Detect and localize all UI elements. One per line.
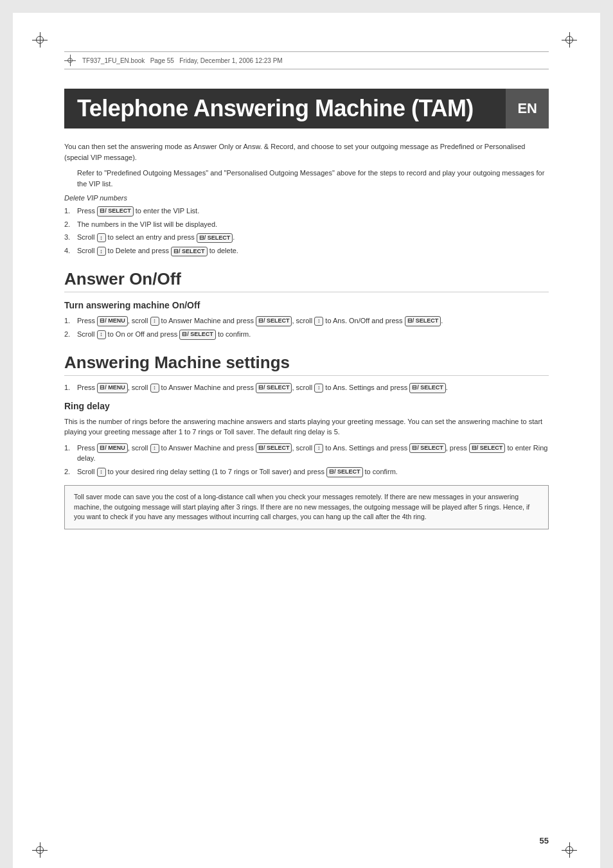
select-btn: ⊟/ SELECT xyxy=(469,443,506,454)
ring-delay-heading: Ring delay xyxy=(64,401,549,411)
select-btn: ⊟/ SELECT xyxy=(256,443,292,454)
title-block: Telephone Answering Machine (TAM) EN xyxy=(64,89,549,128)
list-item: 2. Scroll ↕ to On or Off and press ⊟/ SE… xyxy=(64,329,549,340)
scroll-icon: ↕ xyxy=(97,233,106,242)
list-item: 3. Scroll ↕ to select an entry and press… xyxy=(64,232,549,243)
select-btn: ⊟/ SELECT xyxy=(409,443,446,454)
select-btn-icon: ⊟/ SELECT xyxy=(171,247,208,257)
scroll-icon: ↕ xyxy=(314,384,323,393)
scroll-icon: ↕ xyxy=(97,468,106,477)
menu-btn: ⊟/ MENU xyxy=(97,443,128,454)
scroll-icon: ↕ xyxy=(150,384,159,393)
intro-para-2: Refer to "Predefined Outgoing Messages" … xyxy=(77,168,549,189)
corner-mark-bl xyxy=(32,842,51,862)
answer-onoff-heading: Answer On/Off xyxy=(64,269,549,292)
corner-mark-br xyxy=(562,842,581,862)
delete-vip-heading: Delete VIP numbers xyxy=(64,194,549,202)
scroll-icon: ↕ xyxy=(314,444,323,453)
list-item: 1. Press ⊟/ MENU, scroll ↕ to Answer Mac… xyxy=(64,443,549,464)
select-btn: ⊟/ SELECT xyxy=(326,467,363,477)
corner-mark-tr xyxy=(562,32,581,51)
select-btn: ⊟/ SELECT xyxy=(256,383,292,393)
select-btn-icon: ⊟/ SELECT xyxy=(197,233,233,244)
select-btn: ⊟/ SELECT xyxy=(405,316,441,326)
page-title: Telephone Answering Machine (TAM) xyxy=(64,89,506,128)
list-item: 1. Press ⊟/ MENU, scroll ↕ to Answer Mac… xyxy=(64,382,549,393)
menu-btn: ⊟/ MENU xyxy=(97,383,128,393)
page-number: 55 xyxy=(540,836,549,846)
scroll-icon: ↕ xyxy=(150,444,159,453)
scroll-icon: ↕ xyxy=(97,247,106,256)
list-item: 1. Press ⊟/ MENU, scroll ↕ to Answer Mac… xyxy=(64,315,549,326)
meta-cross-icon xyxy=(64,55,76,66)
intro-para-1: You can then set the answering mode as A… xyxy=(64,141,549,163)
select-btn: ⊟/ SELECT xyxy=(256,316,292,326)
select-btn: ⊟/ SELECT xyxy=(179,330,216,340)
tip-box: Toll saver mode can save you the cost of… xyxy=(64,485,549,529)
scroll-icon: ↕ xyxy=(97,330,106,339)
menu-btn: ⊟/ MENU xyxy=(97,316,128,326)
list-item: 1. Press ⊟/ SELECT to enter the VIP List… xyxy=(64,206,549,217)
corner-mark-tl xyxy=(32,32,51,51)
scroll-icon: ↕ xyxy=(314,317,323,326)
settings-heading: Answering Machine settings xyxy=(64,353,549,376)
list-item: 4. Scroll ↕ to Delete and press ⊟/ SELEC… xyxy=(64,245,549,256)
list-item: 2. The numbers in the VIP list will be d… xyxy=(64,219,549,230)
meta-text: TF937_1FU_EN.book Page 55 Friday, Decemb… xyxy=(82,57,283,64)
meta-bar: TF937_1FU_EN.book Page 55 Friday, Decemb… xyxy=(64,51,549,69)
page: TF937_1FU_EN.book Page 55 Friday, Decemb… xyxy=(13,13,600,868)
ring-delay-desc: This is the number of rings before the a… xyxy=(64,416,549,438)
select-btn: ⊟/ SELECT xyxy=(409,383,446,393)
list-item: 2. Scroll ↕ to your desired ring delay s… xyxy=(64,466,549,477)
select-btn-icon: ⊟/ SELECT xyxy=(97,206,134,217)
scroll-icon: ↕ xyxy=(150,317,159,326)
turn-heading: Turn answering machine On/Off xyxy=(64,300,549,310)
lang-badge: EN xyxy=(506,89,549,128)
